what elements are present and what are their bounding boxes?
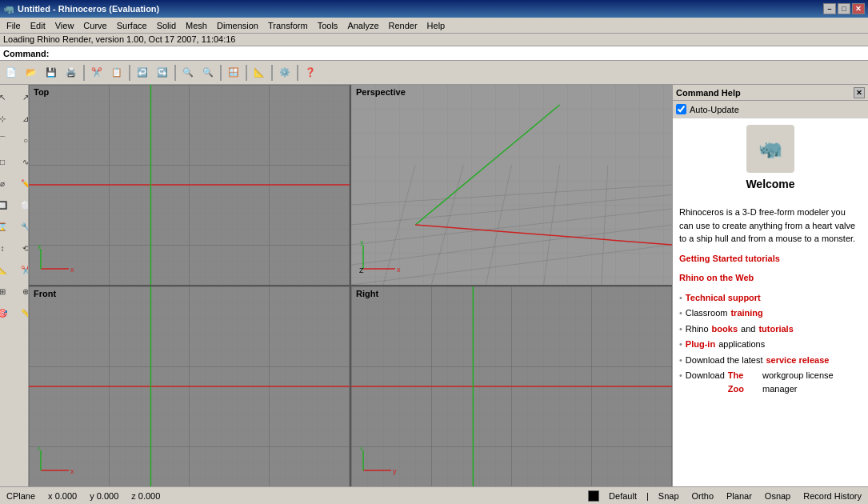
toolbar-button-6[interactable]: 📋 <box>107 63 126 82</box>
viewport-perspective[interactable]: Perspective <box>351 85 672 285</box>
toolbar-separator <box>129 65 130 81</box>
left-tool-tools[interactable]: 🔧 <box>14 216 29 237</box>
books-link[interactable]: books <box>712 322 738 336</box>
toolbar-button-16[interactable]: 📐 <box>250 63 269 82</box>
left-tool-array[interactable]: ⊞ <box>0 281 14 302</box>
left-tool-move[interactable]: ↕ <box>0 238 14 258</box>
record-history-toggle[interactable]: Record History <box>800 491 865 501</box>
left-toolbar-pair-5: 🔲⚪ <box>0 194 29 215</box>
help-content[interactable]: 🦏 Welcome Rhinoceros is a 3-D free-form … <box>673 118 868 486</box>
zoo-link[interactable]: The Zoo <box>728 369 759 395</box>
left-tool-curve[interactable]: ∿ <box>14 151 29 172</box>
left-tool-rectangle[interactable]: □ <box>0 151 14 172</box>
toolbar-button-11[interactable]: 🔍 <box>178 63 198 82</box>
tutorials-link[interactable]: tutorials <box>758 322 793 336</box>
plugin-link[interactable]: Plug-in <box>686 338 715 351</box>
toolbar-button-2[interactable]: 💾 <box>42 63 61 82</box>
menu-item-view[interactable]: View <box>50 19 79 32</box>
left-tool-snap[interactable]: 🎯 <box>0 302 14 323</box>
menu-item-help[interactable]: Help <box>422 19 450 32</box>
menu-item-solid[interactable]: Solid <box>152 19 181 32</box>
viewport-right[interactable]: Right y <box>351 286 672 486</box>
toolbar-button-3[interactable]: 🖨️ <box>62 63 81 82</box>
left-toolbar-pair-8: 📐✂️ <box>0 259 29 280</box>
left-tool-point[interactable]: ⊹ <box>0 108 14 129</box>
left-tool-sphere[interactable]: ⚪ <box>14 194 29 215</box>
toolbar-separator <box>83 65 85 81</box>
left-tool-arc[interactable]: ⌒ <box>0 130 14 150</box>
svg-text:z: z <box>360 446 364 451</box>
toolbar-separator <box>246 65 247 81</box>
left-tool-rotate[interactable]: ⟲ <box>14 238 29 258</box>
cplane-label: CPlane <box>3 491 38 501</box>
z-coord: z 0.000 <box>128 491 163 501</box>
toolbar-button-1[interactable]: 📂 <box>22 63 41 82</box>
menu-item-curve[interactable]: Curve <box>78 19 111 32</box>
viewport-front[interactable]: Front x <box>29 286 350 486</box>
menu-item-dimension[interactable]: Dimension <box>212 19 263 32</box>
viewport-label-right: Right <box>356 289 378 298</box>
toolbar-button-5[interactable]: ✂️ <box>87 63 106 82</box>
left-tool-boolean[interactable]: ⊕ <box>14 281 29 302</box>
menu-item-edit[interactable]: Edit <box>26 19 50 32</box>
left-tool-revolve[interactable]: ⌛ <box>0 216 14 237</box>
viewport-label-top: Top <box>34 87 49 97</box>
left-tool-distance[interactable]: 📏 <box>14 302 29 323</box>
command-help-close-button[interactable]: ✕ <box>854 87 865 98</box>
command-help-title: Command Help <box>676 88 741 98</box>
left-tool-draw[interactable]: ✏️ <box>14 173 29 194</box>
left-tool-box[interactable]: 🔲 <box>0 194 14 215</box>
left-tool-polygon[interactable]: ⊿ <box>14 108 29 129</box>
training-link[interactable]: training <box>730 306 762 320</box>
toolbar-button-18[interactable]: ⚙️ <box>275 63 294 82</box>
title-bar: 🦏 Untitled - Rhinoceros (Evaluation) – □… <box>0 0 868 18</box>
toolbar-button-0[interactable]: 📄 <box>2 63 21 82</box>
toolbar-button-8[interactable]: ↩️ <box>133 63 152 82</box>
menu-item-mesh[interactable]: Mesh <box>181 19 212 32</box>
left-tool-select[interactable]: ↖ <box>0 86 14 107</box>
right-panel: Command Help ✕ Auto-Update 🦏 Welcome Rhi… <box>672 85 868 486</box>
ortho-toggle[interactable]: Ortho <box>689 491 718 501</box>
command-help-header: Command Help ✕ <box>673 85 868 101</box>
left-tool-dimension[interactable]: ⌀ <box>0 173 14 194</box>
left-tool-trim[interactable]: ✂️ <box>14 259 29 280</box>
x-coord: x 0.000 <box>45 491 80 501</box>
close-button[interactable]: ✕ <box>852 3 865 14</box>
left-tool-circle[interactable]: ○ <box>14 130 29 150</box>
toolbar-button-12[interactable]: 🔍 <box>198 63 218 82</box>
menu-item-surface[interactable]: Surface <box>112 19 152 32</box>
osnap-toggle[interactable]: Osnap <box>762 491 794 501</box>
snap-toggle[interactable]: Snap <box>655 491 682 501</box>
toolbar-button-9[interactable]: ↪️ <box>153 63 172 82</box>
service-release-link[interactable]: service release <box>766 354 829 367</box>
viewport-top[interactable]: Top <box>29 85 350 285</box>
help-link-plugin: Plug-in applications <box>679 338 862 351</box>
left-toolbar-pair-2: ⌒○ <box>0 130 29 150</box>
toolbar-separator <box>174 65 176 81</box>
command-bar: Command: <box>0 46 868 61</box>
menu-item-file[interactable]: File <box>2 19 26 32</box>
command-input[interactable] <box>52 49 212 58</box>
y-coord: y 0.000 <box>86 491 122 501</box>
menu-item-analyze[interactable]: Analyze <box>342 19 383 32</box>
help-link-zoo: Download The Zoo workgroup license manag… <box>679 369 862 395</box>
svg-text:y: y <box>38 245 42 250</box>
minimize-button[interactable]: – <box>823 3 836 14</box>
auto-update-checkbox[interactable] <box>676 104 686 114</box>
toolbar-button-20[interactable]: ❓ <box>301 63 320 82</box>
top-axis: x y <box>37 245 77 277</box>
left-tool-scale[interactable]: 📐 <box>0 259 14 280</box>
planar-toggle[interactable]: Planar <box>723 491 755 501</box>
left-toolbar-pair-10: 🎯📏 <box>0 302 29 323</box>
left-tool-transform[interactable]: ↗ <box>14 86 29 107</box>
toolbar-button-14[interactable]: 🪟 <box>224 63 243 82</box>
svg-text:Z: Z <box>359 266 364 274</box>
maximize-button[interactable]: □ <box>838 3 850 14</box>
technical-support-link[interactable]: Technical support <box>686 291 761 305</box>
menu-bar: FileEditViewCurveSurfaceSolidMeshDimensi… <box>0 18 868 34</box>
menu-item-tools[interactable]: Tools <box>313 19 343 32</box>
left-toolbar-pair-3: □∿ <box>0 151 29 172</box>
menu-item-render[interactable]: Render <box>384 19 422 32</box>
help-link-service: Download the latest service release <box>679 354 862 367</box>
menu-item-transform[interactable]: Transform <box>263 19 313 32</box>
